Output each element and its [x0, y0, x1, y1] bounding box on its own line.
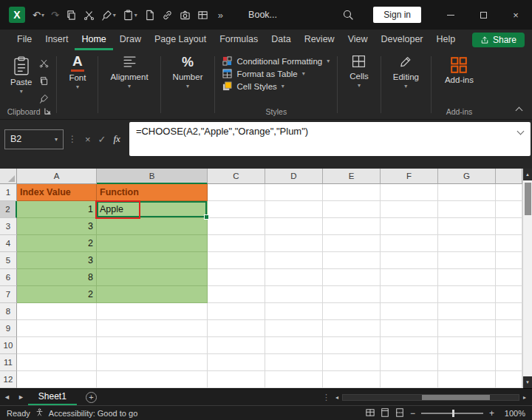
page-break-view-icon[interactable]: [395, 408, 404, 419]
cell-B1[interactable]: Function: [97, 184, 208, 201]
cell-D7[interactable]: [265, 286, 323, 303]
cell-B6[interactable]: [97, 269, 208, 286]
column-header-E[interactable]: E: [323, 169, 381, 184]
cell-E8[interactable]: [323, 303, 381, 320]
zoom-in-button[interactable]: +: [489, 408, 494, 419]
cell[interactable]: [496, 286, 522, 303]
accessibility-status[interactable]: Accessibility: Good to go: [49, 409, 137, 418]
format-painter-icon[interactable]: ▾: [101, 10, 116, 21]
cell-B7[interactable]: [97, 286, 208, 303]
cell-F2[interactable]: [381, 201, 438, 218]
name-box[interactable]: B2 ▾: [4, 129, 64, 149]
cell-G7[interactable]: [438, 286, 496, 303]
cell-C12[interactable]: [208, 371, 265, 388]
cell-F8[interactable]: [381, 303, 438, 320]
cell-F3[interactable]: [381, 218, 438, 235]
cut-icon[interactable]: [39, 58, 49, 71]
redo-button[interactable]: ↷: [51, 10, 59, 21]
vertical-scrollbar[interactable]: ▲ ▼: [522, 169, 532, 388]
cell-G9[interactable]: [438, 320, 496, 337]
tab-view[interactable]: View: [341, 30, 375, 50]
cell-D1[interactable]: [265, 184, 323, 201]
zoom-slider-thumb[interactable]: [452, 410, 454, 417]
cell-G10[interactable]: [438, 337, 496, 354]
row-header-1[interactable]: 1: [0, 184, 17, 201]
cell-G5[interactable]: [438, 252, 496, 269]
cell-D8[interactable]: [265, 303, 323, 320]
cell-E4[interactable]: [323, 235, 381, 252]
maximize-button[interactable]: [467, 0, 499, 30]
tab-page-layout[interactable]: Page Layout: [148, 30, 213, 50]
cell[interactable]: [496, 371, 522, 388]
cell-G11[interactable]: [438, 354, 496, 371]
cell-D12[interactable]: [265, 371, 323, 388]
cell-G6[interactable]: [438, 269, 496, 286]
cell[interactable]: [496, 218, 522, 235]
cell-C8[interactable]: [208, 303, 265, 320]
cell-F4[interactable]: [381, 235, 438, 252]
tab-draw[interactable]: Draw: [113, 30, 148, 50]
cell[interactable]: [496, 201, 522, 218]
share-button[interactable]: Share: [472, 33, 525, 47]
cell-E9[interactable]: [323, 320, 381, 337]
cell-E1[interactable]: [323, 184, 381, 201]
format-as-table-button[interactable]: Format as Table ▾: [222, 69, 304, 78]
cell-E10[interactable]: [323, 337, 381, 354]
cell-B10[interactable]: [97, 337, 208, 354]
cell-G4[interactable]: [438, 235, 496, 252]
zoom-level[interactable]: 100%: [500, 409, 525, 418]
cell-D6[interactable]: [265, 269, 323, 286]
cell-B8[interactable]: [97, 303, 208, 320]
cell-E12[interactable]: [323, 371, 381, 388]
row-header-5[interactable]: 5: [0, 252, 17, 269]
scroll-up-icon[interactable]: ▲: [523, 169, 532, 180]
cell[interactable]: [496, 354, 522, 371]
cell[interactable]: [496, 252, 522, 269]
column-header-F[interactable]: F: [381, 169, 438, 184]
cell[interactable]: [496, 303, 522, 320]
formula-input[interactable]: =CHOOSE(A2,"Apple","Orange","Plum"): [129, 122, 531, 156]
tab-formulas[interactable]: Formulas: [213, 30, 265, 50]
cell-C2[interactable]: [208, 201, 265, 218]
formula-bar-splitter[interactable]: ⋮: [68, 134, 77, 144]
undo-button[interactable]: ↶▾: [33, 10, 44, 21]
row-header-10[interactable]: 10: [0, 337, 17, 354]
cell-D2[interactable]: [265, 201, 323, 218]
row-header-11[interactable]: 11: [0, 354, 17, 371]
cell-F7[interactable]: [381, 286, 438, 303]
tab-home[interactable]: Home: [75, 30, 112, 50]
font-group-button[interactable]: A Font ▾: [60, 50, 95, 119]
cell-A3[interactable]: 3: [17, 218, 97, 235]
scroll-left-icon[interactable]: ◂: [335, 394, 338, 401]
cell-A9[interactable]: [17, 320, 97, 337]
paste-icon[interactable]: ▾: [123, 10, 137, 21]
cell-A6[interactable]: 8: [17, 269, 97, 286]
cell-A8[interactable]: [17, 303, 97, 320]
cell-B11[interactable]: [97, 354, 208, 371]
cell-E7[interactable]: [323, 286, 381, 303]
cell-F5[interactable]: [381, 252, 438, 269]
enter-icon[interactable]: ✓: [98, 134, 106, 145]
tab-insert[interactable]: Insert: [38, 30, 75, 50]
cell-G8[interactable]: [438, 303, 496, 320]
tab-file[interactable]: File: [10, 30, 38, 50]
cell-C4[interactable]: [208, 235, 265, 252]
close-button[interactable]: ×: [499, 0, 532, 30]
tab-developer[interactable]: Developer: [375, 30, 430, 50]
row-header-3[interactable]: 3: [0, 218, 17, 235]
row-header-12[interactable]: 12: [0, 371, 17, 388]
column-header-C[interactable]: C: [208, 169, 265, 184]
camera-icon[interactable]: [180, 10, 191, 21]
previous-sheet-icon[interactable]: ◄: [0, 393, 14, 401]
minimize-button[interactable]: [434, 0, 467, 30]
hyperlink-icon[interactable]: [162, 10, 173, 21]
tab-review[interactable]: Review: [298, 30, 341, 50]
cell-C6[interactable]: [208, 269, 265, 286]
zoom-slider[interactable]: [421, 413, 483, 414]
cell-G12[interactable]: [438, 371, 496, 388]
vertical-scrollbar-thumb[interactable]: [525, 183, 531, 215]
cell-D11[interactable]: [265, 354, 323, 371]
cell-D3[interactable]: [265, 218, 323, 235]
excel-logo-icon[interactable]: X: [9, 7, 25, 23]
cell-C3[interactable]: [208, 218, 265, 235]
